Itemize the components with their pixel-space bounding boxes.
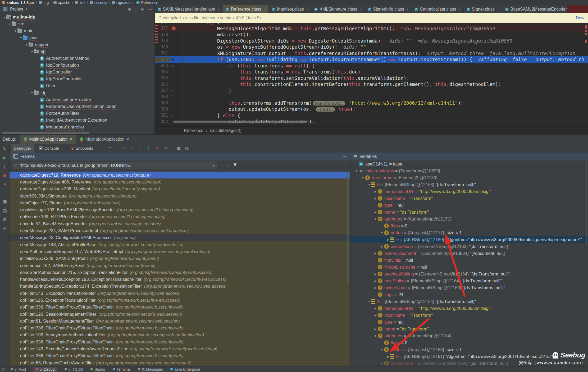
expand-arrow-icon[interactable]: ▼ [361, 176, 365, 179]
expand-arrow-icon[interactable]: ▶ [373, 190, 378, 193]
expand-arrow-icon[interactable]: ▼ [367, 300, 371, 303]
line-number[interactable]: 381 [155, 51, 170, 56]
line-number[interactable]: 382 [155, 57, 170, 62]
editor-tab[interactable]: CManifest.class× [269, 5, 311, 13]
force-step-into-icon[interactable]: ↓ [136, 146, 144, 151]
settings-icon[interactable]: ⚙ [3, 217, 7, 223]
statusbar-item[interactable]: 3: Find [11, 367, 26, 371]
expand-arrow-icon[interactable]: ▼ [8, 23, 12, 26]
project-tree-item[interactable]: CIdpConfiguration [0, 62, 154, 69]
close-icon[interactable]: × [217, 7, 220, 11]
expand-arrow-icon[interactable]: ▶ [373, 307, 378, 310]
path-item[interactable]: xmlsec-1.3.8.jar [2, 1, 34, 5]
close-icon[interactable]: × [127, 137, 129, 142]
line-number[interactable]: 383 [155, 63, 170, 68]
expand-arrow-icon[interactable]: ▶ [373, 314, 378, 317]
project-tree-item[interactable]: ▼api [0, 48, 154, 55]
view-breakpoints-icon[interactable]: ● [3, 182, 6, 187]
project-tree-item[interactable]: ▼src [0, 21, 154, 27]
project-tree-item[interactable]: CAuthenticationProvider [0, 96, 154, 103]
stop-program-icon[interactable]: ■ [3, 173, 6, 178]
variables-row[interactable]: ▶flocalName = "Transform" [350, 195, 588, 202]
locate-icon[interactable]: ⊕ [128, 7, 131, 12]
editor-tab[interactable]: CCanonicalizer.class× [412, 5, 464, 13]
statusbar-item[interactable]: 5: Debug [33, 367, 57, 372]
frames-row[interactable]: sendMessage:224, SAMLProcessorImpl(org.s… [10, 227, 350, 234]
frames-row[interactable]: doFilter:336, FilterChainProxy$VirtualFi… [10, 338, 350, 345]
variables-row[interactable]: ▼∞this.transforms = {Transforms@10829} [350, 167, 588, 174]
frames-row[interactable]: sendStartAuthentication:215, ExceptionTr… [10, 269, 350, 276]
editor-hscrollbar[interactable] [173, 121, 307, 123]
expand-arrow-icon[interactable]: ▶ [380, 245, 384, 248]
frames-row[interactable]: doFilter:63, RequestCacheAwareFilter(org… [10, 359, 350, 366]
frames-row[interactable]: commence:152, SAMLEntryPoint(org.springf… [10, 262, 350, 269]
expand-arrow-icon[interactable]: ▼ [373, 334, 378, 337]
expand-arrow-icon[interactable]: ▶ [373, 197, 378, 200]
variables-row[interactable]: ▶fownerDocument = {DocumentImpl@10834} "… [350, 250, 588, 257]
pause-program-icon[interactable]: ∥ [3, 164, 6, 169]
restore-layout-icon[interactable]: ▤ [2, 208, 7, 214]
project-tree-hscrollbar[interactable] [2, 132, 89, 134]
close-icon[interactable]: × [264, 7, 266, 11]
frames-row[interactable]: doFilter:336, FilterChainProxy$VirtualFi… [10, 352, 350, 359]
frames-row[interactable]: doEncode:109, HTTPPostEncoder(org.opensa… [10, 213, 350, 220]
breakpoint-icon[interactable]: ✓ [172, 26, 176, 30]
variables-row[interactable]: fflags = 0 [350, 222, 588, 229]
statusbar-item[interactable]: Spring [90, 367, 105, 371]
breadcrumb-method[interactable]: calculateDigest() [210, 128, 241, 133]
expand-arrow-icon[interactable]: ▼ [380, 231, 384, 234]
run-to-cursor-icon[interactable]: ↦ [162, 145, 169, 151]
variables-row[interactable]: ▶fnamespaceURI = "http://www.w3.org/2000… [350, 305, 588, 312]
frames-row[interactable]: handleSpringSecurityException:174, Excep… [10, 283, 350, 290]
show-execution-point-icon[interactable]: ≡ [107, 146, 114, 151]
close-icon[interactable]: × [306, 7, 308, 11]
fold-marker-icon[interactable]: ∨ [172, 114, 174, 117]
variables-row[interactable]: ▶fname = "ds:Transform" [350, 209, 588, 215]
expand-arrow-icon[interactable]: ▼ [24, 43, 29, 46]
editor-tab[interactable]: CSigner.class× [464, 5, 502, 13]
project-tree-item[interactable]: CForceAuthnFilter [0, 110, 154, 117]
frames-row[interactable]: encode:52, BaseMessageEncoder(org.opensa… [10, 220, 350, 227]
project-tree-item[interactable]: CInvalidAuthenticationException [0, 117, 154, 124]
variables-row[interactable]: ffirstChild = null [350, 257, 588, 264]
variables-row[interactable]: ffNodeListCache = null [350, 264, 588, 270]
banner-link[interactable]: Dow [576, 16, 584, 20]
project-tree-item[interactable]: CIdpErrorController [0, 76, 154, 82]
evaluate-expression-icon[interactable]: ▦ [175, 145, 182, 151]
filter-icon[interactable] [233, 163, 237, 168]
editor-tab[interactable]: CReference.class× [223, 5, 269, 13]
expand-arrow-icon[interactable]: ▼ [373, 218, 378, 221]
expand-arrow-icon[interactable]: ▶ [373, 286, 378, 289]
breadcrumb-class[interactable]: Reference [184, 128, 203, 133]
statusbar-item[interactable]: 0: Messages [138, 367, 163, 371]
frames-row[interactable]: doFilter:336, FilterChainProxy$VirtualFi… [10, 304, 350, 311]
variables-row[interactable]: fflags = 0 [350, 339, 588, 346]
project-tree-item[interactable]: ▼mujina-idp [0, 14, 154, 21]
statusbar-item[interactable]: Java Enterprise [170, 367, 200, 371]
variables-row[interactable]: ▶fownerNode = {ElementNSImpl@12163} "[ds… [350, 243, 588, 250]
line-number[interactable]: 384 [155, 70, 170, 74]
variables-row[interactable]: ▶0 = {AttrNSImpl@12180} "Algorithm="http… [350, 236, 588, 243]
path-item[interactable]: signature [112, 1, 132, 5]
prev-frame-icon[interactable]: ↑ [221, 163, 224, 168]
expand-arrow-icon[interactable]: ▶ [373, 211, 378, 214]
hide-panel-icon[interactable]: — [148, 7, 152, 11]
variables-row[interactable]: ▼fnodes = {ArrayList@12177} size = 1 [350, 229, 588, 236]
pin-icon[interactable]: ↦ [343, 154, 347, 159]
project-tree-item[interactable]: ▼mujina [0, 41, 154, 48]
variables-row[interactable]: 01useC14N11 = false [350, 160, 588, 167]
line-number[interactable]: 389 [155, 100, 170, 105]
frames-row[interactable]: signMessage:193, BaseSAML2MessageEncoder… [10, 206, 350, 213]
line-number[interactable]: 385 [155, 76, 170, 80]
line-number[interactable]: 392 [155, 119, 170, 124]
drop-frame-icon[interactable]: × [153, 146, 161, 151]
project-panel-header[interactable]: Project ▼ ⊕ ↕ ⚙ — [0, 5, 154, 13]
expand-arrow-icon[interactable]: ▼ [380, 348, 384, 351]
line-number[interactable]: 386 [155, 82, 170, 87]
statusbar-item[interactable]: Terminal [113, 367, 131, 371]
variables-row[interactable]: fflags = 24 [350, 291, 588, 298]
step-out-icon[interactable]: ↑ [145, 146, 152, 151]
expand-arrow-icon[interactable]: ▶ [373, 279, 378, 282]
frames-row[interactable]: doFilter:81, SessionManagementFilter(org… [10, 318, 350, 324]
expand-arrow-icon[interactable]: ▼ [2, 16, 6, 19]
